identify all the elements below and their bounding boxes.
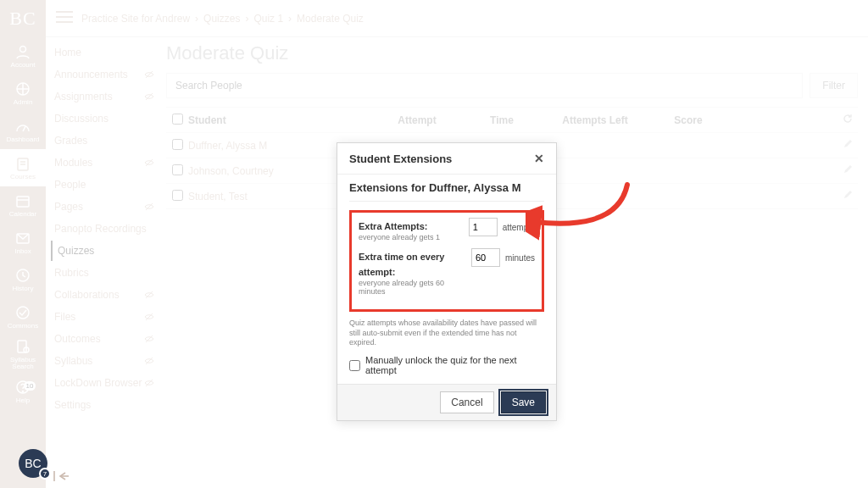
avatar[interactable]: BC 7: [19, 449, 47, 478]
manual-unlock-label: Manually unlock the quiz for the next at…: [365, 355, 544, 375]
avatar-badge: 7: [39, 468, 51, 480]
modal-title: Extensions for Duffner, Alyssa M: [349, 181, 544, 202]
student-extensions-modal: Student Extensions ✕ Extensions for Duff…: [337, 142, 557, 421]
modal-header: Student Extensions: [349, 152, 452, 165]
manual-unlock-row[interactable]: Manually unlock the quiz for the next at…: [349, 355, 544, 375]
collapse-nav-icon[interactable]: [51, 468, 71, 485]
extra-attempts-unit: attempts: [503, 223, 535, 232]
modal-note: Quiz attempts whose availability dates h…: [349, 319, 544, 348]
cancel-button[interactable]: Cancel: [440, 391, 493, 413]
extra-time-unit: minutes: [505, 253, 535, 263]
save-button[interactable]: Save: [501, 391, 546, 413]
extra-attempts-sublabel: everyone already gets 1: [359, 233, 440, 241]
extra-attempts-input[interactable]: [469, 218, 498, 236]
avatar-text: BC: [25, 457, 41, 470]
extra-attempts-label: Extra Attempts:: [359, 221, 428, 231]
highlighted-inputs-box: Extra Attempts: everyone already gets 1 …: [349, 210, 544, 312]
manual-unlock-checkbox[interactable]: [349, 360, 360, 371]
extra-time-sublabel: everyone already gets 60 minutes: [359, 279, 471, 296]
close-icon[interactable]: ✕: [534, 152, 544, 165]
extra-time-label: Extra time on every attempt:: [359, 252, 445, 277]
extra-time-input[interactable]: [471, 248, 500, 267]
